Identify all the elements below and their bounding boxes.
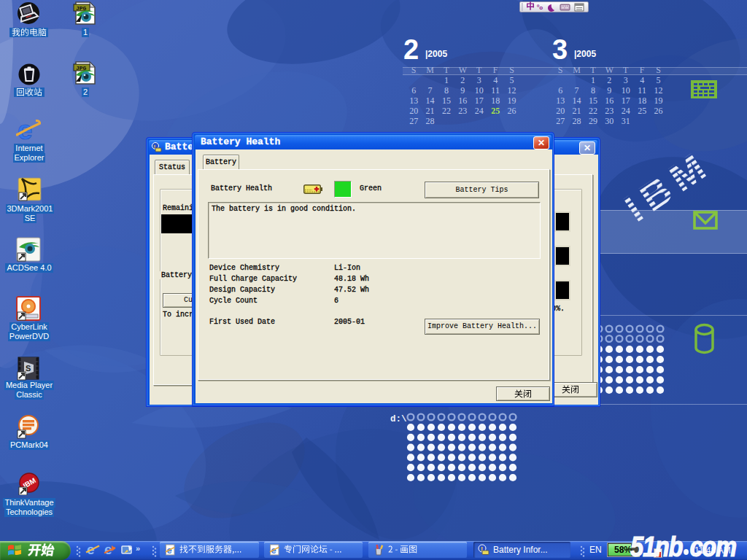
svg-text:»: » xyxy=(136,544,140,553)
svg-text:d:\: d:\ xyxy=(390,414,407,424)
svg-text:S: S xyxy=(26,364,31,373)
svg-text:ºo: ºo xyxy=(537,4,543,11)
